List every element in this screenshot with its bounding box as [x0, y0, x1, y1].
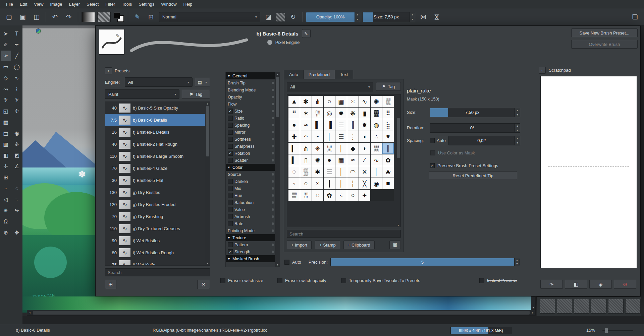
opacity-slider[interactable]: Opacity: 100% ▲▼ — [306, 12, 360, 22]
option-brush-tip[interactable]: Brush Tip — [226, 79, 275, 86]
option-checkbox[interactable]: ✓ — [228, 249, 233, 254]
new-document-icon[interactable]: ▢ — [3, 11, 15, 23]
menu-tools[interactable]: Tools — [118, 1, 135, 8]
brush-tip-cell[interactable]: ∿ — [359, 96, 370, 107]
preset-item[interactable]: 40∿b) Basic-5 Size Opacity — [105, 102, 205, 114]
preset-item[interactable]: 70∿f) Bristles-4 Glaze — [105, 162, 205, 174]
brush-tip-cell[interactable]: ◖ — [359, 131, 370, 142]
option-spacing[interactable]: Spacing — [226, 122, 275, 129]
brush-tip-cell[interactable]: ● — [288, 119, 300, 131]
zoom-slider-handle[interactable] — [605, 328, 608, 333]
option-painting-mode[interactable]: Painting Mode — [226, 227, 275, 234]
tool-rect-select[interactable]: ▫ — [1, 183, 11, 194]
tool-ellipse[interactable]: ◯ — [12, 62, 22, 72]
lock-icon[interactable] — [272, 159, 274, 161]
brush-tip-cell[interactable]: ┃ — [324, 178, 335, 189]
brush-tip-cell[interactable]: ♥ — [382, 131, 394, 142]
option-mix[interactable]: Mix — [226, 185, 275, 192]
blending-mode-dropdown[interactable]: Normal ▾ — [159, 12, 260, 22]
option-section-color[interactable]: ▼Color — [226, 164, 275, 171]
stamp-tip-button[interactable]: + Stamp — [315, 241, 340, 249]
preset-item[interactable]: 110∿g) Dry Textured Creases — [105, 222, 205, 234]
lock-icon[interactable] — [272, 152, 274, 154]
brush-tip-cell[interactable]: ▍ — [288, 154, 300, 166]
tool-calligraphy[interactable]: ✒ — [12, 40, 22, 50]
brush-tip-cell[interactable]: ✿ — [324, 190, 335, 201]
option-softness[interactable]: Softness — [226, 136, 275, 143]
preset-item[interactable]: 16∿f) Bristles-1 Details — [105, 126, 205, 138]
save-icon[interactable]: ◫ — [31, 11, 42, 23]
lock-icon[interactable] — [272, 110, 274, 112]
menu-help[interactable]: Help — [180, 1, 196, 8]
brush-tip-cell[interactable]: ╳ — [359, 178, 370, 189]
option-checkbox[interactable] — [228, 186, 233, 191]
brush-tip-cell[interactable]: ▌ — [312, 119, 323, 131]
tool-enclose-fill[interactable]: ◩ — [12, 150, 22, 160]
tool-gradient[interactable]: ▤ — [1, 128, 11, 138]
tool-assistants[interactable]: ✛ — [1, 161, 11, 172]
brush-tip-cell[interactable]: ○ — [324, 96, 335, 107]
tool-bezier-select[interactable]: ↬ — [12, 205, 22, 216]
brush-tip-cell[interactable]: ▮ — [359, 108, 370, 119]
option-checkbox[interactable] — [228, 144, 233, 149]
docker-preset-thumbnail[interactable] — [574, 299, 589, 314]
lock-icon[interactable] — [272, 215, 274, 218]
option-value[interactable]: Value — [226, 206, 275, 213]
brush-tip-cell[interactable]: ⁘ — [300, 131, 312, 142]
option-hue[interactable]: Hue — [226, 192, 275, 199]
brush-tip-cell[interactable]: ✿ — [382, 154, 394, 166]
open-document-icon[interactable]: ▣ — [17, 11, 29, 23]
brush-tip-cell[interactable]: ◍ — [371, 119, 382, 131]
preset-item[interactable]: 80∿i) Wet Bristles Rough — [105, 247, 205, 259]
foreground-background-colors[interactable] — [113, 12, 124, 22]
brush-tip-cell[interactable]: ◌ — [288, 166, 300, 178]
brush-tip-cell[interactable]: ▓ — [371, 108, 382, 119]
option-saturation[interactable]: Saturation — [226, 199, 275, 206]
preset-item[interactable]: 7.5∿b) Basic-6 Details — [105, 114, 205, 126]
preset-item[interactable]: 40∿f) Bristles-2 Flat Rough — [105, 138, 205, 150]
option-airbrush[interactable]: Airbrush — [226, 213, 275, 220]
opacity-spinner[interactable]: ▲▼ — [355, 12, 360, 22]
option-checkbox[interactable] — [228, 158, 233, 163]
brush-tip-cell[interactable]: ✺ — [371, 96, 382, 107]
tool-multibrush[interactable]: ✳ — [12, 95, 22, 105]
lock-icon[interactable] — [272, 194, 274, 197]
tool-poly-select[interactable]: ◁ — [1, 194, 11, 205]
option-darken[interactable]: Darken — [226, 178, 275, 185]
tip-rotation-slider[interactable]: 0° ▲▼ — [430, 123, 520, 133]
tip-size-spinner[interactable]: ▲▼ — [515, 108, 520, 117]
option-pattern[interactable]: Pattern — [226, 241, 275, 248]
brush-tip-cell[interactable]: ◉ — [371, 178, 382, 189]
options-scrollbar[interactable]: ▲ ▼ — [275, 72, 280, 267]
hscroll-thumb[interactable] — [33, 311, 530, 315]
delete-tip-icon[interactable]: ⊠ — [389, 241, 401, 249]
lock-icon[interactable] — [272, 244, 274, 246]
brush-tip-cell[interactable]: │ — [335, 178, 347, 189]
option-checkbox[interactable] — [228, 116, 233, 121]
brush-tip-cell[interactable]: ☰ — [335, 119, 347, 131]
lock-icon[interactable] — [272, 229, 274, 232]
tool-crop[interactable]: ▦ — [1, 117, 11, 127]
brush-tip-cell[interactable]: ◎ — [324, 108, 335, 119]
preset-item[interactable]: 110∿f) Bristles-3 Large Smooth — [105, 150, 205, 162]
lock-icon[interactable] — [272, 82, 274, 84]
docker-preset-thumbnail[interactable] — [540, 299, 555, 314]
add-resource-icon[interactable]: ⊞ — [105, 280, 116, 289]
menu-edit[interactable]: Edit — [16, 1, 31, 8]
lock-icon[interactable] — [272, 117, 274, 119]
tip-spacing-slider[interactable]: 0,02 ▲▼ — [448, 136, 520, 145]
eraser-switch-size-checkbox[interactable] — [220, 278, 225, 283]
rename-preset-icon[interactable]: ✎ — [302, 29, 311, 38]
option-checkbox[interactable] — [228, 242, 233, 247]
lock-icon[interactable] — [272, 145, 274, 147]
scratchpad-paint-icon[interactable]: ✑ — [540, 280, 563, 289]
canvas-hscrollbar[interactable]: ◂ ▸ — [27, 310, 536, 316]
brush-tip-cell[interactable]: │ — [324, 131, 335, 142]
tool-polyline[interactable]: ∿ — [12, 73, 22, 83]
scroll-right-icon[interactable]: ▸ — [530, 311, 535, 314]
brush-tip-cell[interactable]: ✳ — [312, 143, 323, 154]
tab-auto[interactable]: Auto — [284, 70, 303, 79]
menu-file[interactable]: File — [3, 1, 16, 8]
brush-tip-cell[interactable]: ║ — [347, 119, 359, 131]
option-checkbox[interactable] — [228, 207, 233, 212]
